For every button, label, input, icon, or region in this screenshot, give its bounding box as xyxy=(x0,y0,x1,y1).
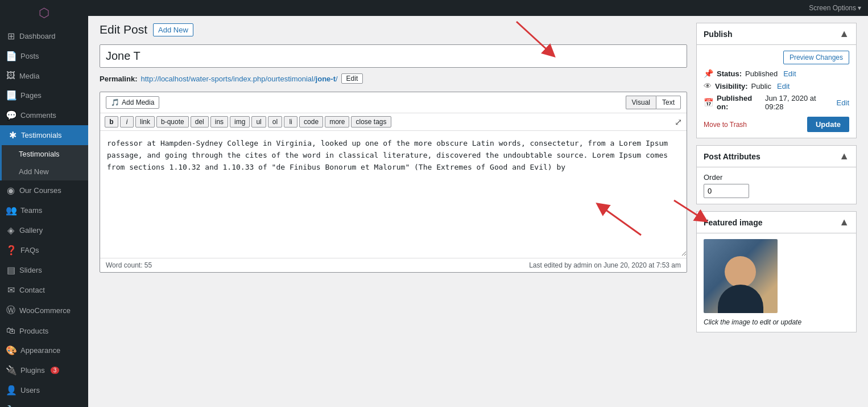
sidebar-item-testimonials[interactable]: ✱ Testimonials xyxy=(2,125,88,145)
editor-textarea[interactable]: rofessor at Hampden-Sydney College in Vi… xyxy=(100,131,687,256)
move-to-trash-link[interactable]: Move to Trash xyxy=(704,121,747,129)
published-on-row: 📅 Published on: Jun 17, 2020 at 09:28 Ed… xyxy=(704,94,849,111)
sidebar-item-media[interactable]: 🖼 Media xyxy=(0,66,88,85)
update-button[interactable]: Update xyxy=(807,117,849,132)
sidebar-item-contact[interactable]: ✉ Contact xyxy=(0,280,88,300)
publish-box-body: Preview Changes 📌 Status: Published Edit… xyxy=(697,45,856,138)
preview-changes-button[interactable]: Preview Changes xyxy=(783,51,849,64)
sidebar-item-teams[interactable]: 👥 Teams xyxy=(0,200,88,220)
sidebar-item-woocommerce[interactable]: Ⓦ WooCommerce xyxy=(0,300,88,321)
publish-actions: Move to Trash Update xyxy=(704,117,849,132)
preview-btn-container: Preview Changes xyxy=(704,51,849,64)
editor-expand-button[interactable]: ⤢ xyxy=(675,117,682,128)
sidebar-item-plugins[interactable]: 🔌 Plugins 3 xyxy=(0,360,88,380)
tab-visual[interactable]: Visual xyxy=(626,96,656,109)
format-img-button[interactable]: img xyxy=(230,116,250,128)
format-bold-button[interactable]: b xyxy=(105,116,118,128)
sidebar-item-label: Comments xyxy=(20,111,56,120)
screen-options-label: Screen Options xyxy=(809,4,856,12)
sidebar-item-label: WooCommerce xyxy=(19,306,71,315)
visibility-label: Visibility: xyxy=(715,82,748,91)
pages-icon: 📃 xyxy=(6,90,17,101)
format-del-button[interactable]: del xyxy=(191,116,209,128)
featured-image-box: Featured image ▲ Click the image to edit… xyxy=(696,211,857,332)
featured-image-title: Featured image xyxy=(704,218,762,227)
contact-icon: ✉ xyxy=(6,285,16,295)
sidebar-item-label: Users xyxy=(20,386,40,394)
sidebar-item-users[interactable]: 👤 Users xyxy=(0,380,88,400)
status-edit-link[interactable]: Edit xyxy=(783,69,796,78)
permalink-base: http://localhost/water-sports/index.php/… xyxy=(140,75,315,83)
format-bquote-button[interactable]: b-quote xyxy=(156,116,189,128)
right-panel: Publish ▲ Preview Changes 📌 Status: Publ… xyxy=(696,23,857,396)
sidebar-item-label: Testimonials xyxy=(21,131,62,139)
sidebar-item-products[interactable]: 🛍 Products xyxy=(0,321,88,340)
format-li-button[interactable]: li xyxy=(284,116,297,128)
media-icon: 🖼 xyxy=(6,71,16,81)
sidebar-item-label: Contact xyxy=(19,286,45,294)
permalink-link[interactable]: http://localhost/water-sports/index.php/… xyxy=(140,75,337,83)
format-ins-button[interactable]: ins xyxy=(210,116,228,128)
post-attributes-header[interactable]: Post Attributes ▲ xyxy=(697,146,856,167)
tools-icon: 🔧 xyxy=(6,405,17,407)
post-attributes-title: Post Attributes xyxy=(704,152,760,161)
permalink-edit-button[interactable]: Edit xyxy=(341,73,363,84)
comments-icon: 💬 xyxy=(6,110,17,121)
featured-image-face xyxy=(725,256,756,287)
featured-image-caption: Click the image to edit or update xyxy=(704,318,801,326)
order-input[interactable] xyxy=(704,184,749,198)
sidebar-item-pages[interactable]: 📃 Pages xyxy=(0,85,88,105)
published-edit-link[interactable]: Edit xyxy=(837,98,849,107)
published-label: Published on: xyxy=(717,94,762,111)
format-code-button[interactable]: code xyxy=(299,116,323,128)
sidebar-item-dashboard[interactable]: ⊞ Dashboard xyxy=(0,26,88,46)
products-icon: 🛍 xyxy=(6,326,16,336)
add-media-label: Add Media xyxy=(122,98,154,106)
sidebar-item-sliders[interactable]: ▤ Sliders xyxy=(0,260,88,280)
post-title-container xyxy=(100,44,687,73)
format-ol-button[interactable]: ol xyxy=(268,116,282,128)
visibility-row: 👁 Visibility: Public Edit xyxy=(704,81,849,91)
featured-image-body: Click the image to edit or update xyxy=(697,233,856,332)
format-link-button[interactable]: link xyxy=(135,116,155,128)
sidebar-item-label: Media xyxy=(19,72,39,80)
sidebar-item-label: Products xyxy=(19,327,48,335)
visibility-edit-link[interactable]: Edit xyxy=(777,82,790,91)
sidebar-item-gallery[interactable]: ◈ Gallery xyxy=(0,220,88,240)
add-media-button[interactable]: 🎵 Add Media xyxy=(106,96,159,109)
featured-image-body-shape xyxy=(718,285,763,313)
sidebar-item-label: Gallery xyxy=(19,226,43,235)
sidebar-item-label: Appearance xyxy=(20,346,60,355)
calendar-icon: 📅 xyxy=(704,98,713,107)
sidebar-subitem-add-new[interactable]: Add New xyxy=(2,163,88,180)
sidebar-item-tools[interactable]: 🔧 Tools xyxy=(0,400,88,407)
page-title: Edit Post xyxy=(100,23,147,36)
sidebar-subitem-testimonials-list[interactable]: Testimonials xyxy=(2,145,88,163)
sidebar-item-faqs[interactable]: ❓ FAQs xyxy=(0,240,88,260)
add-new-button[interactable]: Add New xyxy=(153,23,193,36)
status-row: 📌 Status: Published Edit xyxy=(704,69,849,78)
format-closetags-button[interactable]: close tags xyxy=(351,116,391,128)
permalink-slug: jone-t xyxy=(316,75,336,83)
screen-options-button[interactable]: Screen Options ▾ xyxy=(809,4,861,12)
publish-box: Publish ▲ Preview Changes 📌 Status: Publ… xyxy=(696,23,857,138)
sidebar-item-our-courses[interactable]: ◉ Our Courses xyxy=(0,180,88,200)
sidebar-item-label: Pages xyxy=(20,91,42,100)
format-ul-button[interactable]: ul xyxy=(251,116,266,128)
publish-box-header[interactable]: Publish ▲ xyxy=(697,23,856,45)
submenu-testimonials-label: Testimonials xyxy=(19,150,60,158)
testimonials-icon: ✱ xyxy=(7,130,18,141)
format-italic-button[interactable]: i xyxy=(120,116,134,128)
sidebar-item-appearance[interactable]: 🎨 Appearance xyxy=(0,340,88,360)
format-more-button[interactable]: more xyxy=(325,116,349,128)
featured-image-header[interactable]: Featured image ▲ xyxy=(697,212,856,233)
tab-text[interactable]: Text xyxy=(656,96,681,109)
last-edited: Last edited by admin on June 20, 2020 at… xyxy=(529,261,681,269)
post-title-input[interactable] xyxy=(100,44,687,68)
sidebar-item-comments[interactable]: 💬 Comments xyxy=(0,105,88,125)
sidebar-item-posts[interactable]: 📄 Posts xyxy=(0,46,88,66)
featured-image-thumbnail[interactable] xyxy=(704,239,778,313)
plugins-icon: 🔌 xyxy=(6,365,17,376)
appearance-icon: 🎨 xyxy=(6,345,17,356)
post-attributes-body: Order xyxy=(697,167,856,204)
